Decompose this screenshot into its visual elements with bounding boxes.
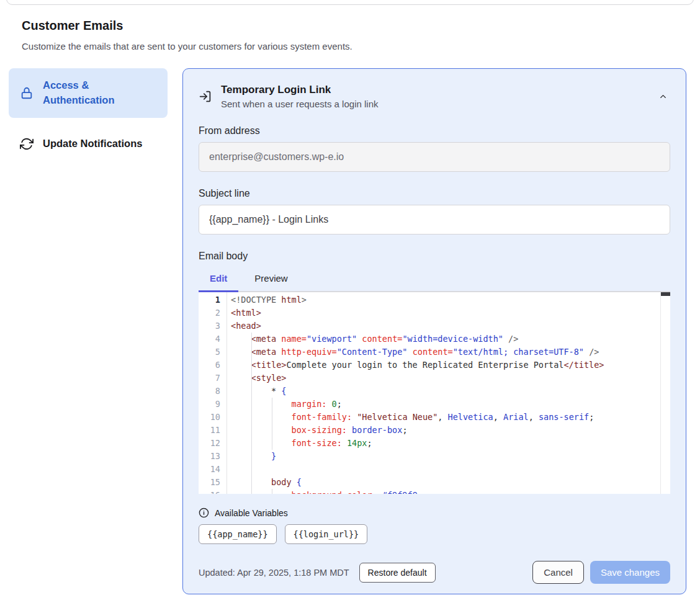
code-text: <head> bbox=[227, 320, 261, 333]
code-editor[interactable]: 1<!DOCTYPE html>2<html>3<head>4 <meta na… bbox=[199, 292, 670, 494]
indent-guide bbox=[272, 489, 272, 494]
page: Customer Emails Customize the emails tha… bbox=[0, 0, 700, 608]
line-number: 7 bbox=[199, 372, 227, 385]
code-line[interactable]: 9 margin: 0; bbox=[199, 398, 670, 411]
info-icon bbox=[199, 507, 209, 518]
line-number: 2 bbox=[199, 306, 227, 320]
line-number: 16 bbox=[199, 489, 227, 494]
variable-chip-login-url[interactable]: {{login_url}} bbox=[285, 524, 368, 544]
line-number: 1 bbox=[199, 293, 227, 306]
line-number: 5 bbox=[199, 346, 227, 359]
tab-edit[interactable]: Edit bbox=[199, 267, 238, 291]
tab-preview[interactable]: Preview bbox=[243, 267, 298, 291]
code-text: <title>Complete your login to the Replic… bbox=[227, 359, 604, 372]
indent-guide bbox=[272, 398, 272, 450]
sidebar: Access & Authentication Update Notificat… bbox=[9, 68, 168, 161]
collapse-button[interactable] bbox=[656, 89, 670, 104]
code-text: margin: 0; bbox=[227, 398, 342, 411]
code-text: <html> bbox=[227, 306, 261, 320]
gutter-divider bbox=[227, 292, 227, 494]
line-number: 10 bbox=[199, 411, 227, 424]
line-number: 11 bbox=[199, 424, 227, 437]
from-address-label: From address bbox=[199, 125, 670, 136]
line-number: 12 bbox=[199, 437, 227, 450]
page-subtitle: Customize the emails that are sent to yo… bbox=[22, 41, 352, 51]
save-changes-button[interactable]: Save changes bbox=[590, 561, 670, 584]
card-header-text: Temporary Login Link Sent when a user re… bbox=[221, 84, 378, 109]
code-line[interactable]: 16 background-color: #f9f9f9; bbox=[199, 489, 670, 494]
sidebar-item-access-authentication[interactable]: Access & Authentication bbox=[9, 68, 168, 118]
code-text: background-color: #f9f9f9; bbox=[227, 489, 423, 494]
from-address-input[interactable] bbox=[199, 142, 670, 172]
editor-tabs: Edit Preview bbox=[199, 267, 670, 292]
line-number: 6 bbox=[199, 359, 227, 372]
code-line[interactable]: 12 font-size: 14px; bbox=[199, 437, 670, 450]
cancel-button[interactable]: Cancel bbox=[532, 561, 584, 584]
card-header: Temporary Login Link Sent when a user re… bbox=[199, 84, 670, 109]
code-line[interactable]: 7 <style> bbox=[199, 372, 670, 385]
code-line[interactable]: 8 * { bbox=[199, 385, 670, 398]
previous-section-partial bbox=[6, 0, 694, 5]
code-line[interactable]: 10 font-family: "Helvetica Neue", Helvet… bbox=[199, 411, 670, 424]
code-text: * { bbox=[227, 385, 286, 398]
code-text: body { bbox=[227, 476, 302, 489]
login-icon bbox=[199, 90, 212, 103]
code-line[interactable]: 13 } bbox=[199, 450, 670, 463]
subject-line-input[interactable] bbox=[199, 205, 670, 235]
subject-line-label: Subject line bbox=[199, 188, 670, 199]
email-body-label: Email body bbox=[199, 251, 670, 262]
available-variables-row: Available Variables bbox=[199, 507, 670, 518]
line-number: 14 bbox=[199, 463, 227, 476]
sidebar-item-update-notifications[interactable]: Update Notifications bbox=[9, 127, 168, 161]
code-line[interactable]: 6 <title>Complete your login to the Repl… bbox=[199, 359, 670, 372]
code-line[interactable]: 11 box-sizing: border-box; bbox=[199, 424, 670, 437]
line-number: 9 bbox=[199, 398, 227, 411]
card-title: Temporary Login Link bbox=[221, 84, 378, 96]
code-editor-lines: 1<!DOCTYPE html>2<html>3<head>4 <meta na… bbox=[199, 293, 670, 494]
code-line[interactable]: 14 bbox=[199, 463, 670, 476]
code-text: <meta http-equiv="Content-Type" content=… bbox=[227, 346, 599, 359]
card-footer: Updated: Apr 29, 2025, 1:18 PM MDT Resto… bbox=[199, 561, 670, 584]
code-line[interactable]: 2<html> bbox=[199, 306, 670, 320]
card-subtitle: Sent when a user requests a login link bbox=[221, 99, 378, 109]
code-line[interactable]: 3<head> bbox=[199, 320, 670, 333]
code-text: font-family: "Helvetica Neue", Helvetica… bbox=[227, 411, 594, 424]
code-line[interactable]: 4 <meta name="viewport" content="width=d… bbox=[199, 333, 670, 346]
code-line[interactable]: 1<!DOCTYPE html> bbox=[199, 293, 670, 306]
code-line[interactable]: 15 body { bbox=[199, 476, 670, 489]
code-text: <!DOCTYPE html> bbox=[227, 293, 307, 306]
sidebar-item-label: Access & Authentication bbox=[43, 78, 156, 108]
restore-default-button[interactable]: Restore default bbox=[359, 563, 436, 583]
code-text: <style> bbox=[227, 372, 286, 385]
editor-scrollbar-thumb[interactable] bbox=[661, 292, 670, 296]
refresh-icon bbox=[20, 137, 34, 151]
sidebar-item-label: Update Notifications bbox=[43, 136, 142, 151]
footer-actions: Cancel Save changes bbox=[532, 561, 670, 584]
email-settings-card: Temporary Login Link Sent when a user re… bbox=[182, 68, 686, 594]
variable-chips: {{app_name}} {{login_url}} bbox=[199, 524, 670, 544]
line-number: 4 bbox=[199, 333, 227, 346]
updated-timestamp: Updated: Apr 29, 2025, 1:18 PM MDT bbox=[199, 568, 349, 578]
code-text bbox=[227, 463, 231, 476]
code-line[interactable]: 5 <meta http-equiv="Content-Type" conten… bbox=[199, 346, 670, 359]
variable-chip-app-name[interactable]: {{app_name}} bbox=[199, 524, 277, 544]
line-number: 15 bbox=[199, 476, 227, 489]
line-number: 13 bbox=[199, 450, 227, 463]
chevron-up-icon bbox=[658, 92, 668, 101]
line-number: 8 bbox=[199, 385, 227, 398]
available-variables-label: Available Variables bbox=[215, 508, 288, 518]
lock-icon bbox=[20, 86, 34, 100]
page-title: Customer Emails bbox=[22, 19, 123, 33]
indent-guide bbox=[251, 333, 252, 494]
editor-scrollbar[interactable] bbox=[660, 292, 670, 494]
line-number: 3 bbox=[199, 320, 227, 333]
code-text: font-size: 14px; bbox=[227, 437, 372, 450]
code-text: <meta name="viewport" content="width=dev… bbox=[227, 333, 518, 346]
code-text: box-sizing: border-box; bbox=[227, 424, 408, 437]
